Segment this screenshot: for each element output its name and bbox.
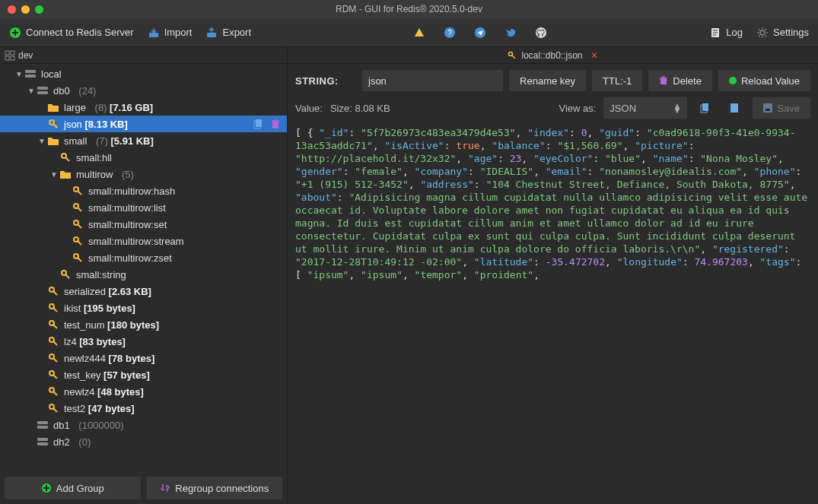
window-title: RDM - GUI for Redis® 2020.5.0-dev <box>0 4 818 14</box>
svg-rect-46 <box>763 103 772 113</box>
twitter-icon[interactable] <box>504 26 517 40</box>
svg-rect-13 <box>25 70 36 73</box>
tree-folder-multirow[interactable]: ▼multirow (5) <box>0 166 287 182</box>
log-button[interactable]: Log <box>709 27 743 39</box>
tree-db1[interactable]: db1 (1000000) <box>0 417 287 433</box>
help-icon[interactable]: ? <box>443 26 457 40</box>
export-icon <box>205 27 218 39</box>
formatter-select[interactable]: JSON ▲▼ <box>603 97 687 119</box>
value-bar: Value: Size: 8.08 KB View as: JSON ▲▼ Sa… <box>288 97 818 123</box>
import-button[interactable]: Import <box>148 27 193 39</box>
svg-rect-37 <box>37 426 48 429</box>
telegram-icon[interactable] <box>473 26 487 40</box>
export-button[interactable]: Export <box>205 27 251 39</box>
tree-key-mr-stream[interactable]: small:multirow:stream <box>0 233 287 249</box>
content: local::db0::json ✕ STRING: Rename key TT… <box>288 47 818 504</box>
ttl-button[interactable]: TTL:-1 <box>592 70 642 91</box>
chevron-updown-icon: ▲▼ <box>673 103 681 113</box>
regroup-button[interactable]: Regroup connections <box>147 477 283 499</box>
breadcrumb-root[interactable]: dev <box>18 50 33 61</box>
tab-path[interactable]: local::db0::json <box>521 50 582 61</box>
tree-key-json[interactable]: json [8.13 KB] <box>0 116 287 132</box>
regroup-icon <box>160 483 170 493</box>
folder-icon <box>59 168 72 180</box>
tree-key-serialized[interactable]: serialized [2.63 KB] <box>0 283 287 300</box>
key-icon <box>47 118 59 130</box>
tree-key-mr-hash[interactable]: small:multirow:hash <box>0 182 287 199</box>
key-icon <box>47 385 59 398</box>
svg-rect-42 <box>660 78 667 84</box>
json-viewer[interactable]: [ { "_id": "5f7b26973c483ea3479d4e53", "… <box>288 123 818 504</box>
key-icon <box>47 285 59 297</box>
key-icon <box>72 252 84 264</box>
svg-rect-16 <box>37 91 48 94</box>
svg-rect-9 <box>5 51 9 55</box>
rename-key-button[interactable]: Rename key <box>509 70 586 91</box>
add-group-button[interactable]: Add Group <box>5 477 141 499</box>
plus-icon <box>41 483 52 493</box>
warning-icon[interactable] <box>412 26 426 40</box>
key-icon <box>47 402 59 414</box>
grid-icon[interactable] <box>5 50 15 61</box>
tree-key-mr-list[interactable]: small:multirow:list <box>0 199 287 216</box>
tree-key-testnum[interactable]: test_num [180 bytes] <box>0 316 287 333</box>
type-label: STRING: <box>295 75 356 87</box>
tree-key-ikist[interactable]: ikist [195 bytes] <box>0 300 287 316</box>
tree-key-small-hll[interactable]: small:hll <box>0 149 287 166</box>
tree-key-mr-set[interactable]: small:multirow:set <box>0 216 287 233</box>
svg-rect-39 <box>37 442 48 445</box>
svg-text:?: ? <box>447 29 452 37</box>
delete-row-icon[interactable] <box>270 119 281 129</box>
key-icon <box>72 218 84 230</box>
github-icon[interactable] <box>534 26 548 40</box>
close-tab-icon[interactable]: ✕ <box>590 50 598 61</box>
main-toolbar: Connect to Redis Server Import Export ? … <box>0 18 818 47</box>
svg-rect-38 <box>37 438 48 441</box>
tree-db0[interactable]: ▼db0 (24) <box>0 82 287 99</box>
copy-value-button[interactable] <box>695 97 716 119</box>
folder-icon <box>47 135 59 147</box>
log-label: Log <box>726 27 743 38</box>
reload-value-button[interactable]: Reload Value <box>718 70 810 91</box>
paste-value-button[interactable] <box>724 97 745 119</box>
tree-key-newlz4[interactable]: newlz4 [48 bytes] <box>0 383 287 400</box>
connect-button[interactable]: Connect to Redis Server <box>9 27 134 39</box>
tree-key-testkey[interactable]: test_key [57 bytes] <box>0 366 287 383</box>
key-icon <box>508 51 517 60</box>
import-icon <box>148 27 160 39</box>
tree-key-test2[interactable]: test2 [47 bytes] <box>0 400 287 417</box>
db-icon <box>37 436 49 448</box>
save-button[interactable]: Save <box>753 97 810 119</box>
tree-key-mr-zset[interactable]: small:multirow:zset <box>0 249 287 266</box>
tree-key-newlz444[interactable]: newlz444 [78 bytes] <box>0 350 287 366</box>
connect-label: Connect to Redis Server <box>26 27 134 38</box>
tree-key-lz4[interactable]: lz4 [83 bytes] <box>0 333 287 350</box>
svg-rect-15 <box>37 87 48 90</box>
save-icon <box>763 103 772 113</box>
tree-folder-large[interactable]: large (8) [7.16 GB] <box>0 99 287 116</box>
settings-label: Settings <box>773 27 809 38</box>
tree-server[interactable]: ▼local <box>0 65 287 82</box>
key-name-input[interactable] <box>362 70 503 91</box>
db-icon <box>37 84 49 97</box>
svg-rect-47 <box>765 109 770 111</box>
zoom-window[interactable] <box>35 5 43 14</box>
view-as-label: View as: <box>559 103 596 114</box>
tree-key-small-string[interactable]: small:string <box>0 266 287 283</box>
key-icon <box>72 201 84 214</box>
minimize-window[interactable] <box>21 5 30 14</box>
tree-db2[interactable]: dh2 (0) <box>0 433 287 450</box>
value-tab: local::db0::json ✕ <box>288 47 818 64</box>
svg-point-41 <box>509 52 513 55</box>
settings-button[interactable]: Settings <box>756 27 809 39</box>
key-icon <box>59 151 72 163</box>
key-icon <box>47 302 59 314</box>
tree-folder-small[interactable]: ▼small (7) [5.91 KB] <box>0 132 287 149</box>
copy-icon[interactable] <box>253 119 264 129</box>
server-icon <box>24 68 37 80</box>
delete-key-button[interactable]: Delete <box>648 70 712 91</box>
close-window[interactable] <box>8 5 16 14</box>
svg-point-8 <box>760 30 765 35</box>
svg-rect-12 <box>11 56 14 60</box>
trash-icon <box>659 76 668 85</box>
